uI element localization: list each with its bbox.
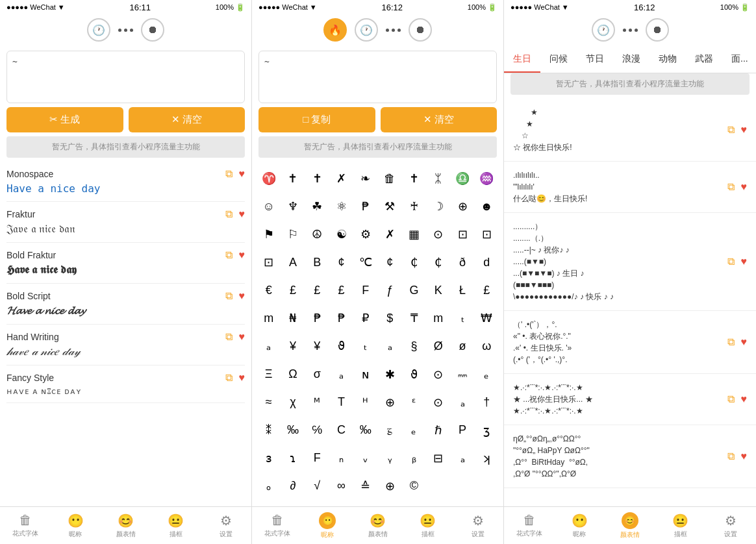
record-icon-2[interactable]: ⏺ [409,18,432,42]
symbol-mm[interactable]: ₘₘ [451,363,473,386]
nav-settings-2[interactable]: ⚙ 设置 [453,507,503,544]
copy-button[interactable]: □ 复制 [258,107,375,132]
symbol-A[interactable]: A [281,251,304,274]
symbol-B[interactable]: B [306,251,329,274]
heart-icon-bold-script[interactable]: ♥ [239,290,246,302]
symbol-naira[interactable]: ₦ [281,306,304,330]
symbol-sq1[interactable]: ⊡ [451,223,473,246]
symbol-omega[interactable]: Ω [281,363,304,386]
copy-icon-fancy[interactable]: ⧉ [225,372,233,384]
symbol-n[interactable]: ɴ [354,363,377,386]
tab-birthday[interactable]: 生日 [504,47,540,73]
symbol-n2[interactable]: ₙ [330,447,353,470]
symbol-e[interactable]: ₑ [475,363,498,386]
nav-border-2[interactable]: 😐 描框 [403,507,453,544]
symbol-sqminus[interactable]: ⊟ [427,447,449,470]
nav-border-1[interactable]: 😐 描框 [151,507,201,544]
symbol-x2[interactable]: ✗ [378,223,401,246]
record-icon[interactable]: ⏺ [141,18,164,42]
clock-icon-3[interactable]: 🕐 [592,18,615,42]
nav-emoji-3[interactable]: 😊 颜表情 [605,507,655,544]
symbol-section[interactable]: § [403,334,425,358]
clear-button-1[interactable]: ✕ 清空 [129,107,246,132]
symbol-P[interactable]: P [451,419,473,442]
symbol-inf[interactable]: ∞ [330,475,353,498]
symbol-d[interactable]: d [475,251,498,274]
symbol-crescent[interactable]: ☽ [427,195,449,218]
symbol-trash[interactable]: 🗑 [378,167,401,190]
fire-icon[interactable]: 🔥 [323,18,347,42]
symbol-eth[interactable]: ð [451,251,473,274]
copy-icon-monospace[interactable]: ⧉ [225,168,233,180]
symbol-Lstroke[interactable]: Ł [451,278,473,302]
symbol-asub[interactable]: ₐ [378,334,401,358]
symbol-hbar[interactable]: ℏ [427,419,449,442]
symbol-oplus3[interactable]: ⊕ [378,475,401,498]
art-copy-5[interactable]: ⧉ [727,393,735,405]
clock-icon-2[interactable]: 🕐 [355,18,378,42]
dots-icon-2[interactable] [386,29,401,32]
symbol-target[interactable]: ⊙ [427,363,449,386]
symbol-neptune[interactable]: ♆ [281,195,304,218]
symbol-odot2[interactable]: ⊙ [427,391,449,414]
symbol-K[interactable]: K [427,278,449,302]
generate-button[interactable]: ✂ 生成 [6,107,123,132]
nav-nickname-2[interactable]: 😶 昵称 [302,507,352,544]
symbol-dagger[interactable]: † [475,391,498,414]
symbol-oslash[interactable]: Ø [427,334,449,358]
symbol-oplus2[interactable]: ⊕ [378,391,401,414]
symbol-theta[interactable]: ϑ [330,334,353,358]
dots-icon[interactable] [118,29,133,32]
symbol-x[interactable]: ✗ [330,167,353,190]
symbol-gear[interactable]: ⚙ [354,223,377,246]
symbol-celsius[interactable]: ℃ [354,251,377,274]
symbol-H[interactable]: ᴴ [354,391,377,414]
symbol-T[interactable]: T [330,391,353,414]
text-input-area-2[interactable]: ~ [258,51,497,103]
symbol-pound4[interactable]: £ [475,278,498,302]
symbol-permill2[interactable]: ‰ [354,419,377,442]
text-input-area-1[interactable]: ~ [6,51,245,103]
symbol-xi[interactable]: Ξ [257,363,280,386]
art-copy-4[interactable]: ⧉ [727,336,735,348]
symbol-g2[interactable]: ᵹ [378,419,401,442]
symbol-sigma[interactable]: σ [306,363,329,386]
art-heart-3[interactable]: ♥ [741,256,748,267]
symbol-M[interactable]: ᴹ [306,391,329,414]
symbol-cross1[interactable]: ✝ [281,167,304,190]
symbol-oplus[interactable]: ⊕ [451,195,473,218]
symbol-partial[interactable]: ∂ [281,475,304,498]
symbol-tools[interactable]: ⚒ [378,195,401,218]
symbol-oslash2[interactable]: ø [451,334,473,358]
symbol-euro[interactable]: € [257,278,280,302]
symbol-chi[interactable]: χ [281,391,304,414]
symbol-f[interactable]: ƒ [378,278,401,302]
dots-icon-3[interactable] [623,29,638,32]
tab-festival[interactable]: 节日 [577,47,613,73]
symbol-sq3[interactable]: ⊡ [257,251,280,274]
symbol-smiley[interactable]: ☺ [257,195,280,218]
symbol-approx[interactable]: ≈ [257,391,280,414]
symbol-won[interactable]: ₩ [475,306,498,330]
symbol-theta2[interactable]: ϑ [403,363,425,386]
text-input-2[interactable]: ~ [264,56,491,95]
symbol-yen2[interactable]: ¥ [306,334,329,358]
heart-icon-fancy[interactable]: ♥ [239,372,246,384]
symbol-c3[interactable]: ₵ [427,251,449,274]
heart-icon-fraktur[interactable]: ♥ [239,208,246,220]
symbol-shamrock[interactable]: ☘ [306,195,329,218]
symbol-cent[interactable]: ¢ [330,251,353,274]
copy-icon-bold-script[interactable]: ⧉ [225,290,233,302]
symbol-yen1[interactable]: ¥ [281,334,304,358]
symbol-r[interactable]: ɿ [281,447,304,470]
symbol-m2[interactable]: m [427,306,449,330]
symbol-z2[interactable]: ɜ [257,447,280,470]
symbol-a3[interactable]: ₐ [451,391,473,414]
symbol-z1[interactable]: ʒ [475,419,498,442]
art-heart-6[interactable]: ♥ [741,451,748,462]
nav-nickname-1[interactable]: 😶 昵称 [50,507,100,544]
art-heart-5[interactable]: ♥ [741,393,748,405]
clock-icon[interactable]: 🕐 [87,18,110,42]
copy-icon-bold-fraktur[interactable]: ⧉ [225,249,233,261]
nav-border-3[interactable]: 😐 描框 [655,507,706,544]
